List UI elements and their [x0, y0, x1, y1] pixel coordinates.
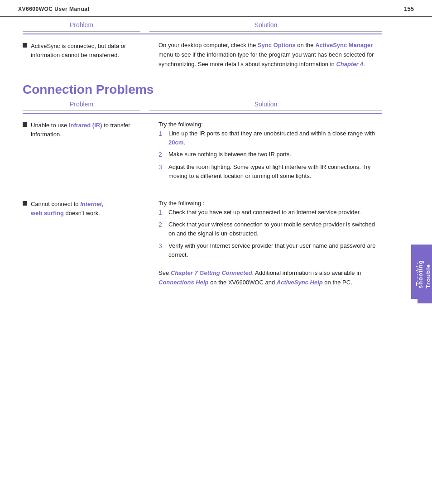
infrared-link[interactable]: Infrared (IR) [69, 122, 102, 129]
internet-step-3: 3 Verify with your Internet service prov… [158, 241, 382, 259]
top-problem-item: ActiveSync is connected, but data or inf… [23, 34, 140, 59]
ir-problem-item: Unable to use Infrared (IR) to transfer … [23, 114, 140, 139]
connection-problems-table: Problem Solution U [23, 101, 382, 287]
internet-step-2: 2 Check that your wireless connection to… [158, 220, 382, 238]
connection-problems-heading: Connection Problems [23, 82, 382, 97]
ir-step-2-text: Make sure nothing is between the two IR … [168, 150, 291, 160]
content-area: Problem Solution [0, 17, 418, 296]
top-solution-header: Solution [149, 21, 382, 34]
internet-steps-list: 1 Check that you have set up and connect… [158, 208, 382, 259]
inet-step-num-2: 2 [158, 220, 165, 238]
side-tab-box: Troubleshooting [418, 245, 432, 303]
internet-step-3-text: Verify with your Internet service provid… [168, 241, 382, 259]
cp-problem-1: Unable to use Infrared (IR) to transfer … [23, 113, 149, 183]
internet-step-2-text: Check that your wireless connection to y… [168, 220, 382, 238]
side-tab-label: Troubleshooting [417, 260, 432, 288]
ir-step-2: 2 Make sure nothing is between the two I… [158, 150, 382, 160]
ir-step-1: 1 Line up the IR ports so that they are … [158, 129, 382, 147]
activesync-help-link[interactable]: ActiveSync Help [277, 279, 323, 286]
top-row: ActiveSync is connected, but data or inf… [23, 34, 382, 69]
top-section: Problem Solution [23, 21, 382, 69]
internet-problem-item: Cannot connect to Internet, web surfing … [23, 192, 140, 217]
20cm-link[interactable]: 20cm [168, 139, 183, 146]
page-number: 155 [404, 5, 414, 12]
top-problem-cell: ActiveSync is connected, but data or inf… [23, 34, 149, 69]
header-title: XV6600WOC User Manual [18, 6, 89, 12]
activesync-manager-link[interactable]: ActiveSync Manager [315, 42, 373, 48]
bullet-icon [23, 122, 27, 127]
inet-step-num-3: 3 [158, 241, 165, 259]
top-problem-text: ActiveSync is connected, but data or inf… [31, 42, 140, 59]
ir-steps-list: 1 Line up the IR ports so that they are … [158, 129, 382, 181]
chapter4-link[interactable]: Chapter 4 [336, 61, 363, 67]
sync-options-link[interactable]: Sync Options [258, 42, 296, 48]
ir-problem-text: Unable to use Infrared (IR) to transfer … [31, 121, 140, 139]
internet-try-following: Try the following : [158, 192, 382, 208]
internet-link[interactable]: Internet [80, 201, 102, 207]
page-wrapper: XV6600WOC User Manual 155 Troubleshootin… [0, 0, 432, 504]
ir-try-following: Try the following: [158, 114, 382, 129]
top-solution-text: On your desktop computer, check the Sync… [158, 34, 382, 69]
internet-footer: See Chapter 7 Getting Connected. Additio… [158, 262, 382, 288]
top-problem-header: Problem [23, 21, 149, 34]
internet-step-1-text: Check that you have set up and connected… [168, 208, 361, 218]
step-num-1: 1 [158, 129, 165, 147]
spacer-row [23, 183, 382, 192]
cp-solution-1: Try the following: 1 Line up the IR port… [149, 113, 382, 183]
ir-step-1-text: Line up the IR ports so that they are un… [168, 129, 382, 147]
step-num-2: 2 [158, 150, 165, 160]
step-num-3: 3 [158, 163, 165, 181]
cp-problem-header: Problem [23, 101, 149, 113]
top-ps-table: Problem Solution [23, 21, 382, 69]
internet-step-1: 1 Check that you have set up and connect… [158, 208, 382, 218]
top-solution-cell: On your desktop computer, check the Sync… [149, 34, 382, 69]
bullet-icon-2 [23, 201, 27, 206]
web-surfing-link[interactable]: web surfing [31, 210, 64, 216]
page-header: XV6600WOC User Manual 155 [0, 0, 432, 17]
internet-problem-text: Cannot connect to Internet, web surfing … [31, 200, 103, 217]
chapter7-link[interactable]: Chapter 7 Getting Connected [171, 269, 252, 276]
cp-problem-2: Cannot connect to Internet, web surfing … [23, 192, 149, 287]
cp-row-1: Unable to use Infrared (IR) to transfer … [23, 113, 382, 183]
cp-row-2: Cannot connect to Internet, web surfing … [23, 192, 382, 287]
ir-step-3-text: Adjust the room lighting. Some types of … [168, 163, 382, 181]
cp-solution-2: Try the following : 1 Check that you hav… [149, 192, 382, 287]
ir-step-3: 3 Adjust the room lighting. Some types o… [158, 163, 382, 181]
cp-solution-header: Solution [149, 101, 382, 113]
bullet-icon [23, 43, 27, 48]
inet-step-num-1: 1 [158, 208, 165, 218]
connections-help-link[interactable]: Connections Help [158, 279, 209, 286]
